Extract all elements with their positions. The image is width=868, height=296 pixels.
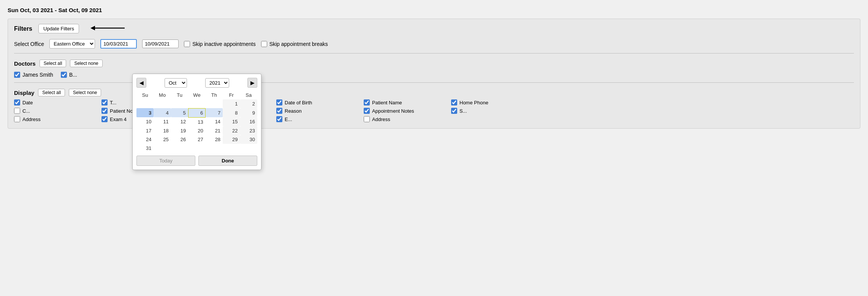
display-appt-notes-checkbox[interactable] bbox=[364, 108, 370, 114]
display-reason-checkbox[interactable] bbox=[276, 108, 282, 114]
display-date-checkbox[interactable] bbox=[14, 99, 20, 105]
doctors-select-none-button[interactable]: Select none bbox=[70, 60, 102, 67]
skip-inactive-label[interactable]: Skip inactive appointments bbox=[184, 41, 256, 47]
divider-1 bbox=[14, 53, 854, 54]
display-exam4-checkbox[interactable] bbox=[101, 116, 108, 122]
cal-day-13[interactable]: 13 bbox=[188, 117, 205, 126]
doctors-title: Doctors bbox=[14, 60, 36, 67]
display-address2[interactable]: Address bbox=[364, 116, 447, 122]
cal-dow-mo: Mo bbox=[154, 91, 171, 99]
display-patient-notes-checkbox[interactable] bbox=[101, 108, 108, 114]
cal-day-8[interactable]: 8 bbox=[223, 108, 240, 117]
cal-day-18[interactable]: 18 bbox=[154, 126, 171, 135]
display-address[interactable]: Address bbox=[14, 116, 98, 122]
display-date[interactable]: Date bbox=[14, 99, 98, 105]
calendar-prev-button[interactable]: ◀ bbox=[136, 78, 146, 88]
cal-day-5[interactable]: 5 bbox=[171, 108, 188, 117]
display-e-checkbox[interactable] bbox=[276, 116, 282, 122]
cal-day-6[interactable]: 6 bbox=[188, 108, 205, 117]
display-appt-notes[interactable]: Appointment Notes bbox=[364, 108, 447, 114]
display-e[interactable]: E... bbox=[276, 116, 360, 122]
cal-day-1[interactable]: 1 bbox=[223, 99, 240, 108]
doctor-b[interactable]: B... bbox=[61, 72, 77, 78]
end-date-input[interactable] bbox=[142, 39, 179, 48]
cal-day-24[interactable]: 24 bbox=[136, 135, 154, 136]
date-range-title: Sun Oct, 03 2021 - Sat Oct, 09 2021 bbox=[8, 7, 860, 13]
display-address-checkbox[interactable] bbox=[14, 116, 20, 122]
display-patient-name-checkbox[interactable] bbox=[364, 99, 370, 105]
cal-day-empty bbox=[188, 99, 205, 108]
cal-day-27[interactable]: 27 bbox=[188, 135, 205, 136]
cal-day-3[interactable]: 3 bbox=[136, 108, 154, 117]
cal-day-22[interactable]: 22 bbox=[223, 126, 240, 135]
cal-day-15[interactable]: 15 bbox=[223, 117, 240, 126]
calendar-popup: ◀ JanFebMarApr MayJunJulAug SepOctNovDec… bbox=[132, 74, 261, 135]
cal-dow-su: Su bbox=[136, 91, 154, 99]
filters-header: Filters Update Filters bbox=[14, 24, 854, 34]
cal-day-16[interactable]: 16 bbox=[240, 117, 257, 126]
cal-day-empty bbox=[136, 99, 154, 108]
calendar-month-select[interactable]: JanFebMarApr MayJunJulAug SepOctNovDec bbox=[165, 78, 187, 88]
cal-day-10[interactable]: 10 bbox=[136, 117, 154, 126]
cal-dow-we: We bbox=[188, 91, 205, 99]
cal-day-26[interactable]: 26 bbox=[171, 135, 188, 136]
start-date-input[interactable] bbox=[100, 39, 137, 49]
select-office-label: Select Office bbox=[14, 41, 44, 47]
cal-day-29[interactable]: 29 bbox=[223, 135, 240, 136]
update-filters-button[interactable]: Update Filters bbox=[38, 24, 79, 33]
display-t-checkbox[interactable] bbox=[101, 99, 108, 105]
display-s[interactable]: S... bbox=[451, 108, 535, 114]
filters-label: Filters bbox=[14, 25, 32, 32]
cal-day-9[interactable]: 9 bbox=[240, 108, 257, 117]
cal-week-3: 10 11 12 13 14 15 16 bbox=[136, 117, 257, 126]
cal-dow-th: Th bbox=[206, 91, 223, 99]
cal-day-21[interactable]: 21 bbox=[206, 126, 223, 135]
cal-week-2: 3 4 5 6 7 8 9 bbox=[136, 108, 257, 117]
display-s-checkbox[interactable] bbox=[451, 108, 457, 114]
cal-day-empty bbox=[206, 99, 223, 108]
calendar-next-button[interactable]: ▶ bbox=[247, 78, 257, 88]
doctor-james-smith[interactable]: James Smith bbox=[14, 72, 53, 78]
doctor-b-checkbox[interactable] bbox=[61, 72, 67, 78]
skip-inactive-checkbox[interactable] bbox=[184, 41, 190, 47]
display-c-checkbox[interactable] bbox=[14, 108, 20, 114]
cal-day-25[interactable]: 25 bbox=[154, 135, 171, 136]
display-reason[interactable]: Reason bbox=[276, 108, 360, 114]
display-select-none-button[interactable]: Select none bbox=[69, 89, 101, 96]
cal-day-2[interactable]: 2 bbox=[240, 99, 257, 108]
calendar-year-select[interactable]: 20192020202120222023 bbox=[205, 78, 229, 88]
display-dob-checkbox[interactable] bbox=[276, 99, 282, 105]
cal-day-19[interactable]: 19 bbox=[171, 126, 188, 135]
cal-day-empty bbox=[171, 99, 188, 108]
display-address2-checkbox[interactable] bbox=[364, 116, 370, 122]
filters-row: Select Office Eastern Office Western Off… bbox=[14, 39, 854, 49]
cal-day-17[interactable]: 17 bbox=[136, 126, 154, 135]
office-select[interactable]: Eastern Office Western Office Central Of… bbox=[49, 39, 95, 49]
cal-day-23[interactable]: 23 bbox=[240, 126, 257, 135]
doctor-james-smith-checkbox[interactable] bbox=[14, 72, 20, 78]
display-select-all-button[interactable]: Select all bbox=[38, 89, 65, 96]
cal-day-30[interactable]: 30 bbox=[240, 135, 257, 136]
cal-week-5: 24 25 26 27 28 29 30 bbox=[136, 135, 257, 136]
display-home-phone[interactable]: Home Phone bbox=[451, 99, 535, 105]
skip-breaks-checkbox[interactable] bbox=[261, 41, 267, 47]
doctors-select-all-button[interactable]: Select all bbox=[40, 60, 67, 67]
cal-day-28[interactable]: 28 bbox=[206, 135, 223, 136]
cal-day-empty bbox=[154, 99, 171, 108]
svg-marker-1 bbox=[90, 26, 95, 30]
cal-day-20[interactable]: 20 bbox=[188, 126, 205, 135]
cal-day-12[interactable]: 12 bbox=[171, 117, 188, 126]
cal-day-4[interactable]: 4 bbox=[154, 108, 171, 117]
cal-dow-sa: Sa bbox=[240, 91, 257, 99]
display-dob[interactable]: Date of Birth bbox=[276, 99, 360, 105]
cal-week-4: 17 18 19 20 21 22 23 bbox=[136, 126, 257, 135]
display-home-phone-checkbox[interactable] bbox=[451, 99, 457, 105]
cal-day-11[interactable]: 11 bbox=[154, 117, 171, 126]
cal-day-7[interactable]: 7 bbox=[206, 108, 223, 117]
cal-day-14[interactable]: 14 bbox=[206, 117, 223, 126]
display-c[interactable]: C... bbox=[14, 108, 98, 114]
cal-dow-fr: Fr bbox=[223, 91, 240, 99]
display-patient-name[interactable]: Patient Name bbox=[364, 99, 447, 105]
skip-breaks-label[interactable]: Skip appointment breaks bbox=[261, 41, 328, 47]
calendar-grid: Su Mo Tu We Th Fr Sa 1 2 3 4 bbox=[136, 91, 257, 135]
